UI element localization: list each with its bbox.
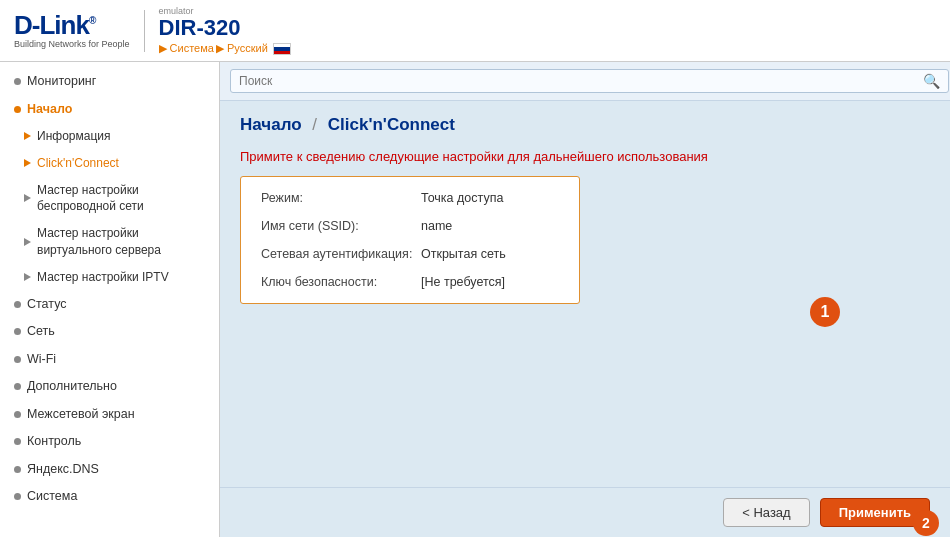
- settings-label-key: Ключ безопасности:: [261, 275, 421, 289]
- russia-flag-icon: [273, 43, 291, 55]
- settings-label-mode: Режим:: [261, 191, 421, 205]
- settings-row-auth: Сетевая аутентификация: Открытая сеть: [261, 247, 559, 261]
- page-title: Начало / Click'n'Connect: [240, 115, 930, 135]
- step2-badge: 2: [913, 510, 939, 536]
- apply-button[interactable]: Применить 2: [820, 498, 930, 527]
- bullet-icon: [14, 383, 21, 390]
- sidebar-item-label: Сеть: [27, 323, 55, 341]
- sidebar-item-status[interactable]: Статус: [0, 291, 219, 319]
- sidebar-item-info[interactable]: Информация: [0, 123, 219, 150]
- settings-value-ssid: name: [421, 219, 452, 233]
- bullet-icon: [14, 301, 21, 308]
- breadcrumb-sistema[interactable]: ▶ Система: [159, 42, 214, 55]
- sidebar-item-label: Wi-Fi: [27, 351, 56, 369]
- settings-value-mode: Точка доступа: [421, 191, 503, 205]
- sidebar-item-label: Система: [27, 488, 77, 506]
- settings-row-key: Ключ безопасности: [Не требуется]: [261, 275, 559, 289]
- sidebar-item-wifi[interactable]: Wi-Fi: [0, 346, 219, 374]
- bullet-icon: [24, 194, 31, 202]
- settings-value-auth: Открытая сеть: [421, 247, 506, 261]
- bullet-icon: [14, 411, 21, 418]
- sidebar-item-system[interactable]: Система: [0, 483, 219, 511]
- bullet-icon: [14, 493, 21, 500]
- sidebar-item-label: Мониторинг: [27, 73, 96, 91]
- settings-label-ssid: Имя сети (SSID):: [261, 219, 421, 233]
- model-area: emulator DIR-320 ▶ Система ▶ Русский: [159, 6, 291, 55]
- sidebar-item-label: Дополнительно: [27, 378, 117, 396]
- sidebar-item-label: Начало: [27, 101, 72, 119]
- bullet-icon: [14, 466, 21, 473]
- breadcrumb-clicknconnect: Click'n'Connect: [328, 115, 455, 134]
- breadcrumb-start: Начало: [240, 115, 302, 134]
- bullet-icon: [24, 159, 31, 167]
- settings-box: Режим: Точка доступа Имя сети (SSID): na…: [240, 176, 580, 304]
- settings-value-key: [Не требуется]: [421, 275, 505, 289]
- sidebar-item-clicknconnect[interactable]: Click'n'Connect: [0, 150, 219, 177]
- settings-row-mode: Режим: Точка доступа: [261, 191, 559, 205]
- main-layout: Мониторинг Начало Информация Click'n'Con…: [0, 62, 950, 537]
- dlink-logo: D-Link®: [14, 12, 130, 38]
- bullet-icon: [14, 78, 21, 85]
- logo-tagline: Building Networks for People: [14, 39, 130, 49]
- info-text: Примите к сведению следующие настройки д…: [240, 149, 930, 164]
- search-icon: 🔍: [923, 73, 940, 89]
- sidebar-item-label: Информация: [37, 128, 110, 145]
- settings-row-ssid: Имя сети (SSID): name: [261, 219, 559, 233]
- bullet-icon: [14, 356, 21, 363]
- breadcrumb-russian[interactable]: ▶ Русский: [216, 42, 268, 55]
- sidebar-item-start[interactable]: Начало: [0, 96, 219, 124]
- sidebar-item-label: Межсетевой экран: [27, 406, 135, 424]
- logo-divider: [144, 10, 145, 52]
- sidebar-item-label: Статус: [27, 296, 67, 314]
- sidebar-item-additional[interactable]: Дополнительно: [0, 373, 219, 401]
- footer: < Назад Применить 2: [220, 487, 950, 537]
- sidebar-item-yandex-dns[interactable]: Яндекс.DNS: [0, 456, 219, 484]
- bullet-icon: [24, 238, 31, 246]
- sidebar-item-vserver-wizard[interactable]: Мастер настройки виртуального сервера: [0, 220, 219, 264]
- bullet-icon: [14, 106, 21, 113]
- sidebar-item-monitoring[interactable]: Мониторинг: [0, 68, 219, 96]
- settings-label-auth: Сетевая аутентификация:: [261, 247, 421, 261]
- sidebar-item-iptv-wizard[interactable]: Мастер настройки IPTV: [0, 264, 219, 291]
- logo-area: D-Link® Building Networks for People: [14, 12, 130, 49]
- content: Начало / Click'n'Connect Примите к сведе…: [220, 101, 950, 487]
- header: D-Link® Building Networks for People emu…: [0, 0, 950, 62]
- sidebar-item-network[interactable]: Сеть: [0, 318, 219, 346]
- header-breadcrumb: ▶ Система ▶ Русский: [159, 42, 291, 55]
- bullet-icon: [24, 273, 31, 281]
- back-button[interactable]: < Назад: [723, 498, 809, 527]
- bullet-icon: [24, 132, 31, 140]
- main-content-area: 🔍 Начало / Click'n'Connect Примите к све…: [220, 62, 950, 537]
- sidebar: Мониторинг Начало Информация Click'n'Con…: [0, 62, 220, 537]
- sidebar-item-wifi-wizard[interactable]: Мастер настройки беспроводной сети: [0, 177, 219, 221]
- sidebar-item-label: Яндекс.DNS: [27, 461, 99, 479]
- sidebar-item-label: Мастер настройки виртуального сервера: [37, 225, 209, 259]
- sidebar-item-label: Мастер настройки беспроводной сети: [37, 182, 209, 216]
- sidebar-item-label: Контроль: [27, 433, 81, 451]
- bullet-icon: [14, 438, 21, 445]
- breadcrumb-separator: /: [312, 115, 317, 134]
- step1-badge: 1: [810, 297, 840, 327]
- search-input[interactable]: [230, 69, 949, 93]
- sidebar-item-firewall[interactable]: Межсетевой экран: [0, 401, 219, 429]
- sidebar-item-control[interactable]: Контроль: [0, 428, 219, 456]
- sidebar-item-label: Click'n'Connect: [37, 155, 119, 172]
- bullet-icon: [14, 328, 21, 335]
- search-bar: 🔍: [220, 62, 950, 101]
- model-name: DIR-320: [159, 16, 291, 40]
- sidebar-item-label: Мастер настройки IPTV: [37, 269, 169, 286]
